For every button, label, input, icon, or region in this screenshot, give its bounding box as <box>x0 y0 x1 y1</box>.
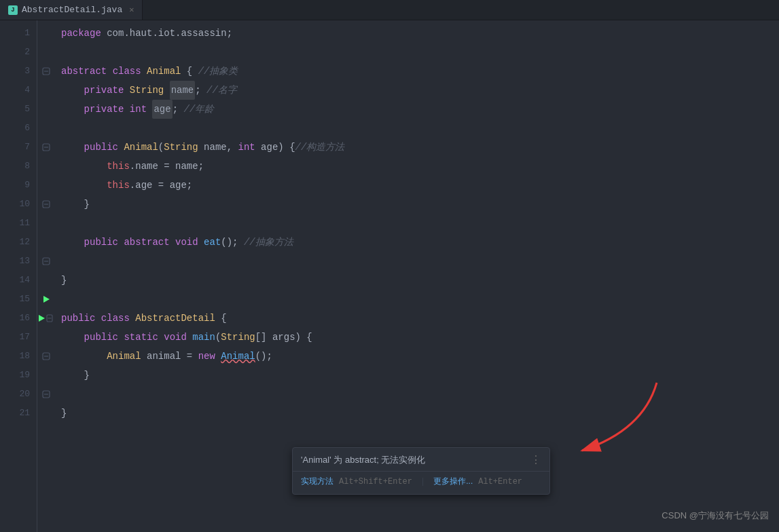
code-text: .age = age; <box>130 176 192 195</box>
keyword: package <box>61 24 101 43</box>
gutter-fold-icon[interactable] <box>37 385 54 404</box>
gutter-fold-icon[interactable] <box>37 62 54 81</box>
code-text: (); <box>255 347 272 366</box>
more-actions-link[interactable]: 更多操作... <box>433 476 473 487</box>
gutter-fold-icon[interactable] <box>37 195 54 214</box>
tab-filename: AbstractDetail.java <box>22 5 122 15</box>
error-tooltip-menu-icon[interactable]: ⋮ <box>530 453 541 467</box>
keyword: void <box>175 233 198 252</box>
gutter-fold-icon[interactable] <box>37 252 54 271</box>
file-tab[interactable]: J AbstractDetail.java ✕ <box>0 0 143 20</box>
gutter-run-fold-icon[interactable] <box>37 309 54 328</box>
comment: //名字 <box>206 81 237 100</box>
code-line-16: public class AbstractDetail { <box>61 309 779 328</box>
code-text <box>124 81 129 100</box>
code-text <box>124 100 129 119</box>
code-text <box>198 233 204 252</box>
code-line-14: } <box>61 271 779 290</box>
code-line-10: } <box>61 195 779 214</box>
type-name: AbstractDetail <box>135 309 215 328</box>
code-text: animal = <box>141 347 198 366</box>
type-name: String <box>221 328 255 347</box>
comment: //构造方法 <box>295 138 345 157</box>
line-number: 6 <box>0 119 30 138</box>
line-number: 10 <box>0 195 30 214</box>
code-text: name, <box>198 138 238 157</box>
line-number: 14 <box>0 271 30 290</box>
code-line-12: public abstract void eat (); //抽象方法 <box>61 233 779 252</box>
keyword: public <box>84 328 118 347</box>
comment: //抽象方法 <box>244 233 293 252</box>
this-keyword: this <box>107 157 130 176</box>
keyword-new: new <box>198 347 215 366</box>
code-line-9: this .age = age; <box>61 176 779 195</box>
action-separator: | <box>420 477 425 487</box>
code-text: } <box>61 366 90 385</box>
code-text <box>61 347 107 366</box>
keyword: private <box>84 100 124 119</box>
line-number: 15 <box>0 290 30 309</box>
implement-method-link[interactable]: 实现方法 <box>301 476 333 487</box>
code-text: com.haut.iot.assassin; <box>101 24 232 43</box>
keyword: class <box>101 309 130 328</box>
code-text <box>158 328 164 347</box>
error-token: Animal <box>221 347 255 366</box>
code-text: .name = name; <box>130 157 204 176</box>
line-number: 16 <box>0 309 30 328</box>
line-number: 4 <box>0 81 30 100</box>
gutter-cell <box>37 100 54 119</box>
code-text <box>107 62 112 81</box>
gutter-fold-icon[interactable] <box>37 138 54 157</box>
type-name: Animal <box>124 138 158 157</box>
code-line-5: private int age ; //年龄 <box>61 100 779 119</box>
svg-marker-9 <box>39 315 45 322</box>
code-text: { <box>181 62 198 81</box>
code-text <box>61 233 84 252</box>
code-line-3: abstract class Animal { //抽象类 <box>61 62 779 81</box>
csdn-watermark: CSDN @宁海没有七号公园 <box>662 510 769 522</box>
line-number: 20 <box>0 385 30 404</box>
file-icon: J <box>8 5 18 15</box>
function-name: eat <box>204 233 221 252</box>
keyword: void <box>164 328 187 347</box>
code-text <box>118 233 124 252</box>
more-actions-shortcut: Alt+Enter <box>478 477 522 487</box>
gutter-cell <box>37 157 54 176</box>
close-tab-button[interactable]: ✕ <box>129 5 134 15</box>
gutter-cell <box>37 81 54 100</box>
gutter-cell <box>37 271 54 290</box>
keyword: public <box>61 309 95 328</box>
svg-marker-8 <box>43 296 50 303</box>
code-line-19: } <box>61 366 779 385</box>
line-number: 18 <box>0 347 30 366</box>
line-number: 21 <box>0 404 30 423</box>
gutter-run-icon[interactable] <box>37 290 54 309</box>
highlighted-var: age <box>152 100 172 119</box>
code-line-6 <box>61 119 779 138</box>
line-number: 9 <box>0 176 30 195</box>
code-text: } <box>61 404 67 423</box>
highlighted-var: name <box>170 81 196 100</box>
gutter-cell <box>37 43 54 62</box>
gutter-cell <box>37 233 54 252</box>
line-number: 7 <box>0 138 30 157</box>
code-text <box>95 309 101 328</box>
code-text <box>61 100 84 119</box>
code-text: (); <box>221 233 244 252</box>
keyword: static <box>124 328 158 347</box>
keyword: private <box>84 81 124 100</box>
gutter-cell <box>37 119 54 138</box>
error-tooltip-title: 'Animal' 为 abstract; 无法实例化 <box>301 454 425 466</box>
code-text: } <box>61 195 90 214</box>
code-line-17: public static void main ( String [] args… <box>61 328 779 347</box>
line-number: 1 <box>0 24 30 43</box>
line-number: 5 <box>0 100 30 119</box>
code-line-7: public Animal ( String name, int age) { … <box>61 138 779 157</box>
gutter-fold-icon[interactable] <box>37 347 54 366</box>
code-line-8: this .name = name; <box>61 157 779 176</box>
type-name: String <box>130 81 164 100</box>
keyword: abstract <box>61 62 107 81</box>
type-name: String <box>164 138 198 157</box>
keyword-int: int <box>130 100 147 119</box>
code-text <box>61 81 84 100</box>
